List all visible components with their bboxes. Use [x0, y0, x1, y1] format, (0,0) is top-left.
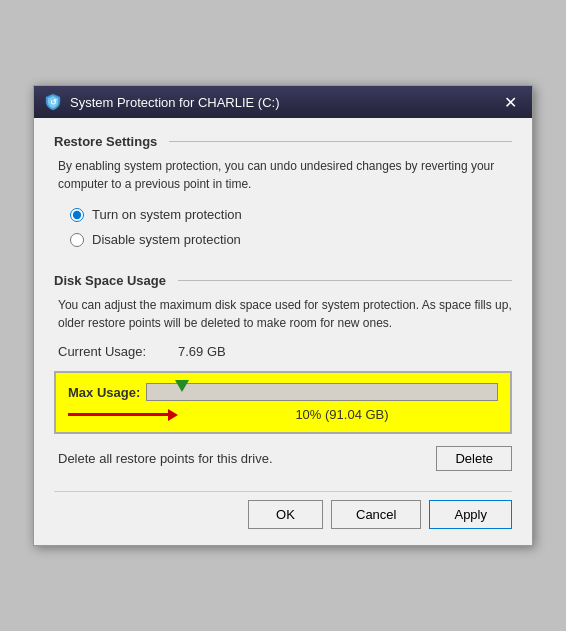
title-bar: ↺ System Protection for CHARLIE (C:) ✕: [34, 86, 532, 118]
slider-value-text: 10% (91.04 GB): [186, 407, 498, 422]
radio-item-turn-on: Turn on system protection: [70, 207, 512, 222]
dialog-content: Restore Settings By enabling system prot…: [34, 118, 532, 545]
arrow-row: 10% (91.04 GB): [68, 407, 498, 422]
delete-button[interactable]: Delete: [436, 446, 512, 471]
shield-icon: ↺: [44, 93, 62, 111]
slider-thumb: [175, 380, 189, 392]
title-bar-left: ↺ System Protection for CHARLIE (C:): [44, 93, 280, 111]
radio-disable-label[interactable]: Disable system protection: [92, 232, 241, 247]
delete-row: Delete all restore points for this drive…: [54, 446, 512, 471]
close-button[interactable]: ✕: [498, 90, 522, 114]
arrow-head: [168, 409, 178, 421]
window-title: System Protection for CHARLIE (C:): [70, 95, 280, 110]
radio-turn-on[interactable]: [70, 208, 84, 222]
spacer: [54, 257, 512, 273]
current-usage-row: Current Usage: 7.69 GB: [54, 344, 512, 359]
disk-space-desc: You can adjust the maximum disk space us…: [54, 296, 512, 332]
apply-button[interactable]: Apply: [429, 500, 512, 529]
cancel-button[interactable]: Cancel: [331, 500, 421, 529]
max-usage-slider[interactable]: [146, 383, 498, 401]
restore-settings-desc: By enabling system protection, you can u…: [54, 157, 512, 193]
delete-text: Delete all restore points for this drive…: [58, 451, 273, 466]
max-usage-row: Max Usage:: [68, 383, 498, 401]
dialog-window: ↺ System Protection for CHARLIE (C:) ✕ R…: [33, 85, 533, 546]
radio-disable[interactable]: [70, 233, 84, 247]
max-usage-container: Max Usage: 10% (91.04 GB): [54, 371, 512, 434]
arrow-line: [68, 413, 168, 416]
disk-space-title: Disk Space Usage: [54, 273, 512, 288]
svg-text:↺: ↺: [50, 98, 57, 107]
radio-item-disable: Disable system protection: [70, 232, 512, 247]
restore-settings-title: Restore Settings: [54, 134, 512, 149]
current-usage-label: Current Usage:: [58, 344, 178, 359]
max-usage-label: Max Usage:: [68, 385, 140, 400]
red-arrow: [68, 409, 178, 421]
radio-turn-on-label[interactable]: Turn on system protection: [92, 207, 242, 222]
radio-group: Turn on system protection Disable system…: [70, 207, 512, 247]
ok-button[interactable]: OK: [248, 500, 323, 529]
current-usage-value: 7.69 GB: [178, 344, 226, 359]
button-row: OK Cancel Apply: [54, 491, 512, 529]
